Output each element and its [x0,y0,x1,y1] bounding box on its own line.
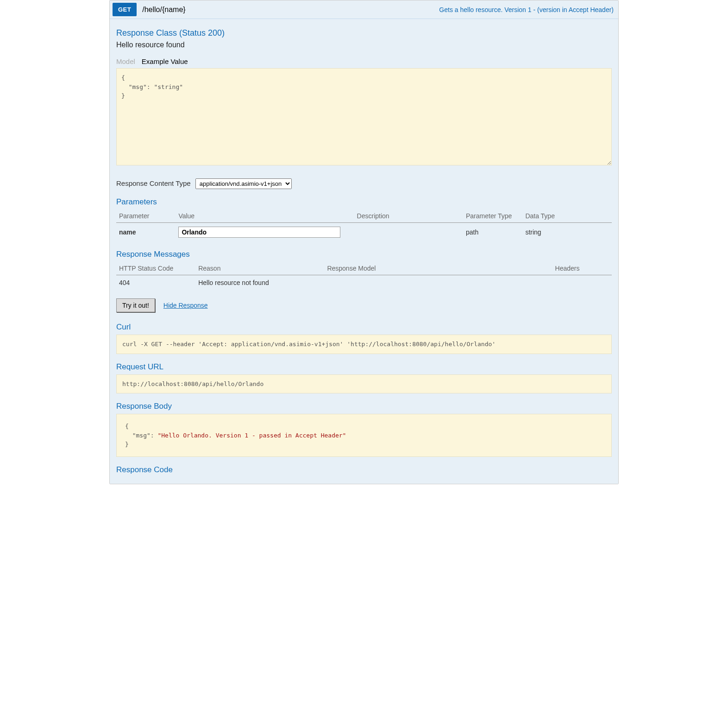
operation-summary: Gets a hello resource. Version 1 - (vers… [434,2,618,17]
response-messages-title: Response Messages [116,250,612,259]
response-content-type-label: Response Content Type [116,179,191,187]
operation-body: Response Class (Status 200) Hello resour… [110,19,618,484]
hide-response-link[interactable]: Hide Response [163,302,208,309]
response-body-title: Response Body [116,402,612,411]
status-code: 404 [116,275,195,291]
response-code-title: Response Code [116,465,612,475]
curl-command-box: curl -X GET --header 'Accept: applicatio… [116,335,612,354]
status-headers [552,275,612,291]
param-data-type: string [522,223,612,242]
table-row: 404 Hello resource not found [116,275,612,291]
parameters-title: Parameters [116,197,612,207]
response-content-type-row: Response Content Type application/vnd.as… [116,178,612,189]
param-type: path [463,223,522,242]
response-messages-table: HTTP Status Code Reason Response Model H… [116,262,612,290]
response-class-title: Response Class (Status 200) [116,28,612,38]
example-value-box[interactable]: { "msg": "string" } [116,68,612,165]
request-url-box: http://localhost:8080/api/hello/Orlando [116,374,612,394]
col-value: Value [176,209,354,223]
col-description: Description [354,209,463,223]
response-body-box: { "msg": "Hello Orlando. Version 1 - pas… [116,414,612,457]
col-parameter-type: Parameter Type [463,209,522,223]
response-class-description: Hello resource found [116,41,612,49]
tab-example-value[interactable]: Example Value [142,57,188,65]
http-method-badge: GET [113,3,137,16]
col-data-type: Data Type [522,209,612,223]
operation-path: /hello/{name} [140,2,187,18]
parameters-table: Parameter Value Description Parameter Ty… [116,209,612,241]
curl-title: Curl [116,323,612,332]
swagger-operation: GET /hello/{name} Gets a hello resource.… [109,0,619,484]
tab-model[interactable]: Model [116,57,135,65]
try-it-out-button[interactable]: Try it out! [116,298,155,312]
status-reason: Hello resource not found [195,275,324,291]
table-row: name path string [116,223,612,242]
operation-header[interactable]: GET /hello/{name} Gets a hello resource.… [110,0,618,19]
col-parameter: Parameter [116,209,176,223]
status-model [324,275,552,291]
col-response-model: Response Model [324,262,552,275]
response-content-type-select[interactable]: application/vnd.asimio-v1+json [195,178,292,189]
col-status: HTTP Status Code [116,262,195,275]
model-example-tabs: Model Example Value [116,57,612,65]
request-url-title: Request URL [116,362,612,372]
param-description [354,223,463,242]
param-value-input[interactable] [178,227,340,238]
action-row: Try it out! Hide Response [116,298,612,312]
col-reason: Reason [195,262,324,275]
col-headers: Headers [552,262,612,275]
param-name: name [116,223,176,242]
